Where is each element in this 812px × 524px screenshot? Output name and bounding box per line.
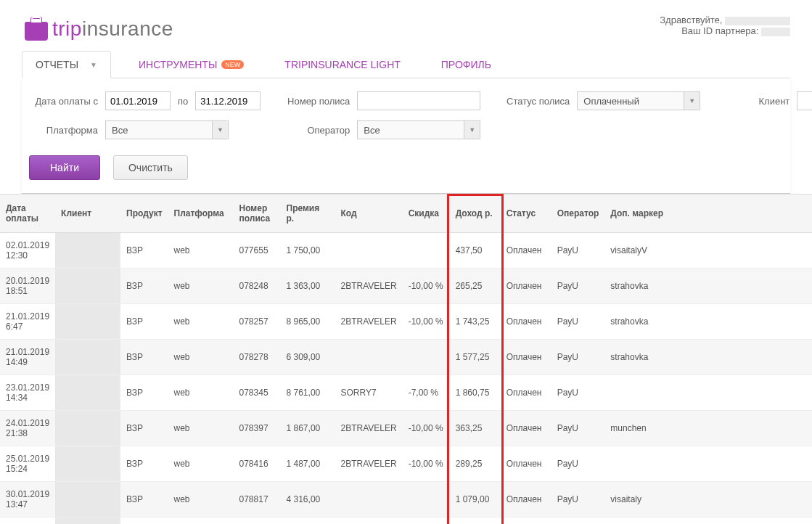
table-row: 30.01.2019 13:47 ВЗР web 078817 4 316,00… (0, 482, 812, 517)
col-income[interactable]: Доход р. (450, 195, 501, 233)
table-header-row: Дата оплаты Клиент Продукт Платформа Ном… (0, 195, 812, 233)
tab-reports[interactable]: ОТЧЕТЫ ▼ (22, 51, 111, 78)
cell-policy-num: 079123 (234, 517, 281, 525)
cell-client (55, 482, 120, 517)
date-from-input[interactable] (105, 91, 171, 110)
cell-discount (403, 233, 450, 269)
col-operator[interactable]: Оператор (551, 195, 605, 233)
cell-premium: 4 316,00 (281, 482, 335, 517)
cell-operator: PayU (551, 340, 605, 375)
cell-income: 271,50 (450, 517, 501, 525)
cell-policy-num: 078817 (234, 482, 281, 517)
cell-income: 289,25 (450, 446, 501, 482)
cell-code: 2BTRAVELER (335, 446, 403, 482)
cell-date: 20.01.2019 18:51 (0, 269, 55, 304)
cell-policy-num: 077655 (234, 233, 281, 269)
cell-income: 437,50 (450, 233, 501, 269)
logo[interactable]: tripinsurance (22, 15, 173, 44)
col-marker[interactable]: Доп. маркер (604, 195, 812, 233)
cell-income: 1 860,75 (450, 375, 501, 411)
platform-select[interactable]: Все ▼ (105, 120, 229, 139)
col-status[interactable]: Статус (501, 195, 551, 233)
tab-profile-label: ПРОФИЛЬ (441, 59, 491, 70)
cell-status: Оплачен (501, 233, 551, 269)
table-row: 25.01.2019 15:24 ВЗР web 078416 1 487,00… (0, 446, 812, 482)
col-date[interactable]: Дата оплаты (0, 195, 55, 233)
table-row: 21.01.2019 6:47 ВЗР web 078257 8 965,00 … (0, 304, 812, 340)
cell-platform: web (168, 269, 234, 304)
cell-product: ВЗР (120, 269, 168, 304)
col-platform[interactable]: Платформа (168, 195, 234, 233)
cell-date: 30.01.2019 13:47 (0, 482, 55, 517)
cell-premium: 1 487,00 (281, 446, 335, 482)
cell-platform: web (168, 233, 234, 269)
cell-code (335, 482, 403, 517)
tab-profile[interactable]: ПРОФИЛЬ (428, 52, 504, 78)
cell-income: 265,25 (450, 269, 501, 304)
chevron-down-icon: ▼ (684, 92, 700, 110)
cell-status: Оплачен (501, 411, 551, 446)
col-discount[interactable]: Скидка (403, 195, 450, 233)
tab-light[interactable]: TRIPINSURANCE LIGHT (271, 52, 413, 78)
col-premium[interactable]: Премия р. (281, 195, 335, 233)
cell-status: Оплачен (501, 482, 551, 517)
cell-status: Оплачен (501, 517, 551, 525)
cell-income: 1 577,25 (450, 340, 501, 375)
cell-date: 23.01.2019 14:34 (0, 375, 55, 411)
col-policy-num[interactable]: Номер полиса (234, 195, 281, 233)
filter-panel: Дата оплаты с по Номер полиса Статус пол… (22, 78, 790, 194)
tab-reports-label: ОТЧЕТЫ (36, 59, 78, 70)
cell-discount (403, 517, 450, 525)
cell-policy-num: 078397 (234, 411, 281, 446)
cell-client (55, 340, 120, 375)
date-from-label: Дата оплаты с (29, 96, 98, 107)
cell-policy-num: 078248 (234, 269, 281, 304)
logo-text: tripinsurance (52, 17, 173, 41)
policy-num-input[interactable] (357, 91, 480, 110)
status-select-value: Оплаченный (583, 96, 639, 107)
cell-date: 25.01.2019 15:24 (0, 446, 55, 482)
user-name-redacted (725, 17, 790, 25)
cell-operator: PayU (551, 517, 605, 525)
cell-premium: 6 309,00 (281, 340, 335, 375)
cell-code (335, 233, 403, 269)
col-code[interactable]: Код (335, 195, 403, 233)
operator-select[interactable]: Все ▼ (357, 120, 480, 139)
cell-product: ВЗР (120, 233, 168, 269)
cell-date: 21.01.2019 14:49 (0, 340, 55, 375)
cell-discount: -7,00 % (403, 375, 450, 411)
chevron-down-icon: ▼ (212, 121, 228, 139)
cell-premium: 1 363,00 (281, 269, 335, 304)
cell-operator: PayU (551, 482, 605, 517)
clear-button[interactable]: Очистить (113, 155, 188, 180)
tab-tools[interactable]: ИНСТРУМЕНТЫ NEW (126, 52, 257, 78)
cell-marker (604, 375, 812, 411)
cell-platform: web (168, 446, 234, 482)
cell-status: Оплачен (501, 304, 551, 340)
cell-code (335, 517, 403, 525)
cell-code: 2BTRAVELER (335, 269, 403, 304)
table-row: 24.01.2019 21:38 ВЗР web 078397 1 867,00… (0, 411, 812, 446)
col-client[interactable]: Клиент (55, 195, 120, 233)
cell-platform: web (168, 340, 234, 375)
client-input[interactable] (797, 91, 812, 110)
cell-product: ВЗР (120, 446, 168, 482)
cell-date: 02.01.2019 12:30 (0, 233, 55, 269)
tab-light-label: TRIPINSURANCE LIGHT (284, 59, 400, 70)
search-button[interactable]: Найти (29, 155, 100, 180)
operator-label: Оператор (281, 125, 350, 136)
cell-operator: PayU (551, 411, 605, 446)
cell-discount: -10,00 % (403, 446, 450, 482)
cell-product: ВЗР (120, 340, 168, 375)
results-table-wrap: Дата оплаты Клиент Продукт Платформа Ном… (0, 194, 812, 524)
status-select[interactable]: Оплаченный ▼ (577, 91, 700, 110)
table-row: 02.01.2019 12:30 ВЗР web 077655 1 750,00… (0, 233, 812, 269)
date-to-input[interactable] (195, 91, 261, 110)
cell-discount (403, 340, 450, 375)
cell-discount: -10,00 % (403, 411, 450, 446)
main-tabs: ОТЧЕТЫ ▼ ИНСТРУМЕНТЫ NEW TRIPINSURANCE L… (22, 51, 790, 78)
cell-client (55, 233, 120, 269)
partner-id-redacted (761, 28, 790, 36)
col-product[interactable]: Продукт (120, 195, 168, 233)
platform-select-value: Все (112, 125, 128, 136)
